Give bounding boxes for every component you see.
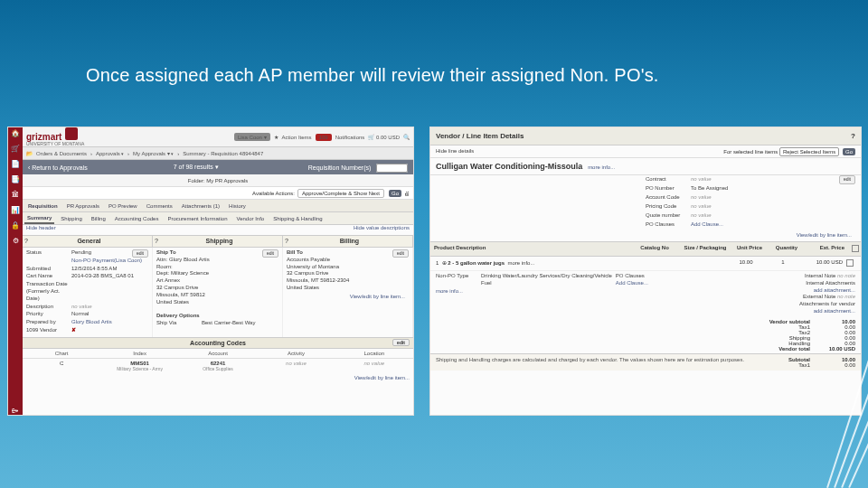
help-icon[interactable]: ⌲ — [12, 407, 19, 415]
action-items-count: 109 — [316, 134, 332, 141]
admin-icon[interactable]: 🔒 — [11, 221, 20, 230]
search-icon[interactable]: 🔍 — [403, 134, 410, 140]
orders-icon[interactable]: 📄 — [11, 160, 20, 168]
back-to-approvals[interactable]: ‹ Return to Approvals — [28, 164, 88, 171]
accounting-row: C MMS01Military Science - Army 62241Offi… — [23, 359, 413, 373]
subtab-summary[interactable]: Summary — [24, 213, 54, 224]
tab-history[interactable]: History — [225, 202, 250, 211]
product-header: Product Description Catalog No Size / Pa… — [430, 241, 861, 257]
accounting-viewedit-link[interactable]: View/edit by line item... — [23, 373, 413, 382]
left-screenshot: 🏠 🛒 📄 📑 🏛 📊 🔒 ⚙ ⌲ grizmart UNIVERSITY OF… — [7, 127, 414, 416]
breadcrumb: 📂 Orders & Documents › Approvals › My Ap… — [23, 147, 413, 160]
hdr-billing: Billing ? — [283, 236, 413, 247]
hide-header-link[interactable]: Hide header — [26, 225, 56, 235]
subtab-vendor[interactable]: Vendor Info — [233, 214, 267, 223]
for-selected-label: For selected line items — [723, 149, 778, 155]
hdr-general: General ? — [23, 236, 153, 247]
cart-icon[interactable]: 🛒 — [11, 145, 20, 153]
accounting-edit-button[interactable]: edit — [392, 339, 410, 346]
general-edit-button[interactable]: edit — [132, 249, 148, 258]
line-checkbox[interactable] — [846, 259, 854, 267]
result-counter[interactable]: 7 of 98 results ▾ — [174, 164, 219, 171]
product-row: 1 ⊕ 2 - 5 gallon water jugs more info...… — [430, 257, 861, 271]
home-icon[interactable]: 🏠 — [11, 129, 20, 137]
folder-row: Folder: My PR Approvals — [23, 174, 413, 187]
line-moreinfo[interactable]: more info... — [507, 260, 534, 266]
slide-caption: Once assigned each AP member will review… — [86, 65, 659, 86]
req-num-value[interactable]: 48944847 — [376, 164, 408, 173]
right-footer: Shipping and Handling charges are calcul… — [430, 353, 861, 371]
return-bar: ‹ Return to Approvals 7 of 98 results ▾ … — [23, 160, 413, 174]
hide-line-details[interactable]: Hide line details — [436, 148, 474, 155]
vendor-moreinfo[interactable]: more info... — [588, 164, 615, 170]
tree-icon[interactable]: 📂 — [26, 150, 33, 156]
settings-icon[interactable]: ⚙ — [13, 237, 19, 245]
vendor-header: Culligan Water Conditioning-Missoula mor… — [430, 158, 861, 175]
subtab-billing[interactable]: Billing — [89, 214, 108, 223]
subtab-proc[interactable]: Procurement Information — [165, 214, 230, 223]
subtab-sh[interactable]: Shipping & Handling — [270, 214, 325, 223]
footer-message: Shipping and Handling charges are calcul… — [436, 357, 747, 368]
billing-viewedit-link[interactable]: View/edit by line item... — [287, 292, 409, 303]
triple-header: General ? Shipping ? Billing ? — [23, 235, 413, 248]
griz-paw-icon — [65, 127, 78, 140]
shipping-edit-button[interactable]: edit — [262, 249, 278, 258]
tab-attachments[interactable]: Attachments (1) — [178, 202, 223, 211]
add-clause-link[interactable]: Add Clause... — [616, 280, 736, 287]
shipping-col: edit Ship To Attn: Glory Blood Artis Roo… — [153, 248, 283, 337]
sub-tabs: Summary Shipping Billing Accounting Code… — [23, 212, 413, 225]
crumb-b[interactable]: Approvals — [96, 151, 124, 156]
help-icon[interactable]: ? — [851, 132, 855, 140]
req-num-label: Requisition Number(s) — [308, 164, 372, 171]
sidebar: 🏠 🛒 📄 📑 🏛 📊 🔒 ⚙ ⌲ — [8, 127, 23, 415]
brand-subtext: UNIVERSITY OF MONTANA — [26, 141, 84, 146]
vendor-detail-left — [436, 175, 646, 241]
tab-requisition[interactable]: Requisition — [24, 202, 61, 211]
tab-po-preview[interactable]: PO Preview — [105, 202, 141, 211]
subtab-acc[interactable]: Accounting Codes — [112, 214, 162, 223]
vendor-detail-right: edit Contractno value PO NumberTo Be Ass… — [646, 175, 855, 241]
add-int-attachment[interactable]: add attachment... — [735, 287, 855, 295]
actions-label: Available Actions: — [252, 191, 295, 196]
notifications-link[interactable]: Notifications — [335, 135, 365, 140]
topbar: grizmart UNIVERSITY OF MONTANA Lisa Coon… — [23, 127, 413, 147]
crumb-c[interactable]: My Approvals ▾ — [133, 150, 174, 156]
hide-row: Hide header Hide value descriptions — [23, 225, 413, 235]
right-screenshot: Vendor / Line Item Details? Hide line de… — [429, 127, 862, 416]
cart-total[interactable]: 🛒 0.00 USD — [368, 134, 400, 140]
topnav-right: Lisa Coon ▾ ★ Action Items 109 Notificat… — [234, 133, 410, 141]
action-items-link[interactable]: Action Items — [282, 135, 312, 140]
bank-icon[interactable]: 🏛 — [12, 191, 19, 199]
line-moreinfo2[interactable]: more info... — [436, 288, 616, 296]
vendor-viewedit-link[interactable]: View/edit by line item... — [646, 230, 855, 241]
tab-pr-approvals[interactable]: PR Approvals — [63, 202, 103, 211]
add-ext-attachment[interactable]: add attachment... — [735, 308, 855, 315]
billing-edit-button[interactable]: edit — [392, 249, 409, 258]
for-selected-select[interactable]: Reject Selected Items — [779, 147, 839, 156]
hide-values-link[interactable]: Hide value descriptions — [354, 225, 410, 235]
reports-icon[interactable]: 📊 — [11, 206, 20, 214]
accounting-header: Accounting Codes edit — [23, 337, 413, 349]
select-all-checkbox[interactable] — [852, 245, 859, 252]
line-notes: Non-PO TypeDrinking Water/Laundry Servic… — [430, 271, 861, 317]
hdr-shipping: Shipping ? — [153, 236, 283, 247]
billing-col: edit Bill To Accounts Payable University… — [283, 248, 413, 337]
star-icon[interactable]: ★ — [274, 134, 278, 140]
go-button[interactable]: Go — [389, 190, 401, 197]
catalog-icon[interactable]: 📑 — [11, 175, 20, 183]
right-controls-row: Hide line details For selected line item… — [430, 145, 861, 158]
main-tabs: Requisition PR Approvals PO Preview Comm… — [23, 200, 413, 212]
user-menu[interactable]: Lisa Coon ▾ — [234, 133, 270, 141]
vendor-name: Culligan Water Conditioning-Missoula — [436, 162, 582, 171]
go-button-right[interactable]: Go — [843, 148, 855, 155]
accounting-columns: Chart Index Account Activity Location — [23, 349, 413, 359]
actions-select[interactable]: Approve/Complete & Show Next — [297, 189, 384, 198]
tab-comments[interactable]: Comments — [143, 202, 176, 211]
vendor-totals: Vendor subtotal10.00 Tax10.00 Tax20.00 S… — [430, 317, 861, 353]
general-col: edit StatusPending Non-PO Payment(Lisa C… — [23, 248, 153, 337]
expand-icon[interactable]: ⊕ — [442, 260, 447, 266]
subtab-shipping[interactable]: Shipping — [58, 214, 84, 223]
crumb-a[interactable]: Orders & Documents — [36, 151, 87, 156]
vendor-edit-button[interactable]: edit — [839, 175, 855, 184]
print-icon[interactable]: 🖨 — [404, 191, 410, 196]
